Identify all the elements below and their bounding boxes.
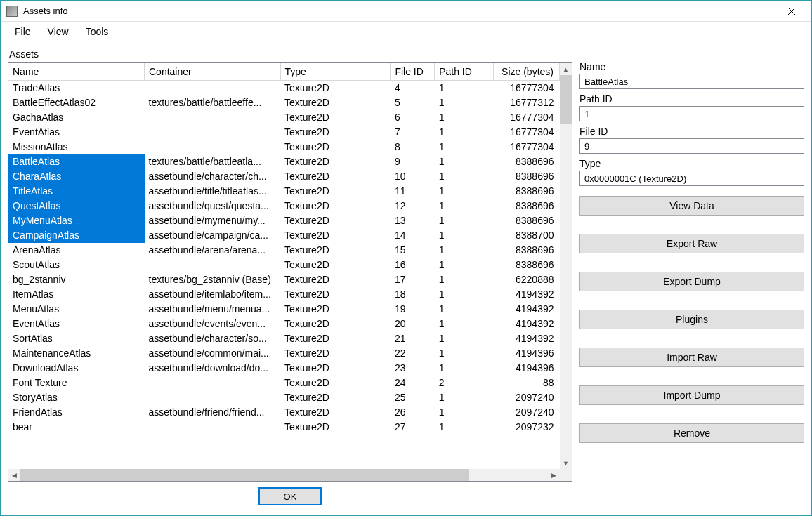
col-header-pathid[interactable]: Path ID — [435, 63, 494, 81]
cell-size: 4194392 — [493, 302, 559, 317]
export-raw-button[interactable]: Export Raw — [579, 234, 804, 253]
import-raw-button[interactable]: Import Raw — [579, 348, 804, 367]
col-header-name[interactable]: Name — [8, 63, 145, 81]
remove-button[interactable]: Remove — [579, 423, 804, 443]
cell-type: Texture2D — [280, 317, 391, 331]
app-icon — [6, 6, 18, 17]
cell-pathid: 1 — [435, 81, 494, 95]
cell-pathid: 1 — [435, 390, 494, 405]
cell-fileid: 27 — [391, 420, 435, 435]
cell-type: Texture2D — [280, 199, 391, 213]
cell-fileid: 20 — [391, 317, 435, 331]
table-row[interactable]: CharaAtlasassetbundle/character/ch...Tex… — [8, 169, 560, 184]
table-row[interactable]: StoryAtlasTexture2D2512097240 — [8, 390, 560, 405]
cell-type: Texture2D — [280, 154, 391, 169]
cell-fileid: 10 — [391, 169, 435, 184]
scroll-left-icon[interactable]: ◀ — [8, 469, 20, 481]
detail-name-field[interactable] — [579, 74, 804, 89]
table-row[interactable]: TitleAtlasassetbundle/title/titleatlas..… — [8, 184, 560, 199]
cell-container — [145, 420, 281, 435]
table-row[interactable]: FriendAtlasassetbundle/friend/friend...T… — [8, 405, 560, 420]
cell-fileid: 22 — [391, 346, 435, 361]
cell-pathid: 1 — [435, 405, 494, 420]
h-scrollbar[interactable]: ◀ ▶ — [8, 469, 572, 481]
cell-name: MaintenanceAtlas — [8, 346, 145, 361]
table-row[interactable]: ScoutAtlasTexture2D1618388696 — [8, 258, 560, 272]
menu-view[interactable]: View — [39, 23, 77, 40]
detail-fileid-field[interactable] — [579, 138, 804, 154]
cell-type: Texture2D — [280, 243, 391, 258]
table-row[interactable]: ItemAtlasassetbundle/itemlabo/item...Tex… — [8, 287, 560, 302]
col-header-type[interactable]: Type — [280, 63, 391, 81]
scroll-right-icon[interactable]: ▶ — [548, 469, 560, 481]
table-row[interactable]: SortAtlasassetbundle/character/so...Text… — [8, 331, 560, 346]
table-row[interactable]: Font TextureTexture2D24288 — [8, 376, 560, 390]
table-row[interactable]: EventAtlasassetbundle/events/even...Text… — [8, 317, 560, 331]
h-scroll-thumb[interactable] — [20, 469, 469, 481]
col-header-container[interactable]: Container — [145, 63, 281, 81]
cell-type: Texture2D — [280, 287, 391, 302]
cell-size: 4194392 — [493, 317, 559, 331]
table-row[interactable]: bg_2stannivtextures/bg_2stanniv (Base)Te… — [8, 272, 560, 287]
scroll-down-icon[interactable]: ▼ — [560, 457, 572, 469]
cell-container — [145, 81, 281, 95]
cell-name: EventAtlas — [8, 317, 145, 331]
detail-type-field[interactable] — [579, 171, 804, 186]
menubar: File View Tools — [1, 22, 811, 41]
table-row[interactable]: ArenaAtlasassetbundle/arena/arena...Text… — [8, 243, 560, 258]
cell-fileid: 9 — [391, 154, 435, 169]
table-row[interactable]: BattleAtlastextures/battle/battleatla...… — [8, 154, 560, 169]
plugins-button[interactable]: Plugins — [579, 310, 804, 329]
right-pane: Name Path ID File ID Type View Data Expo… — [579, 48, 804, 508]
ok-button[interactable]: OK — [258, 487, 322, 505]
table-row[interactable]: CampaignAtlasassetbundle/campaign/ca...T… — [8, 228, 560, 243]
cell-name: GachaAtlas — [8, 110, 145, 125]
window-title: Assets info — [23, 6, 778, 16]
cell-name: CampaignAtlas — [8, 228, 145, 243]
v-scroll-thumb[interactable] — [560, 75, 572, 124]
table-row[interactable]: MyMenuAtlasassetbundle/mymenu/my...Textu… — [8, 213, 560, 228]
cell-type: Texture2D — [280, 169, 391, 184]
table-row[interactable]: bearTexture2D2712097232 — [8, 420, 560, 435]
table-row[interactable]: EventAtlasTexture2D7116777304 — [8, 125, 560, 140]
cell-container: textures/battle/battleeffe... — [145, 95, 281, 110]
cell-fileid: 12 — [391, 199, 435, 213]
cell-pathid: 1 — [435, 95, 494, 110]
export-dump-button[interactable]: Export Dump — [579, 272, 804, 291]
import-dump-button[interactable]: Import Dump — [579, 385, 804, 405]
cell-container: assetbundle/character/so... — [145, 331, 281, 346]
table-row[interactable]: MissionAtlasTexture2D8116777304 — [8, 140, 560, 154]
col-header-size[interactable]: Size (bytes) — [493, 63, 559, 81]
cell-size: 16777304 — [493, 81, 559, 95]
cell-size: 8388696 — [493, 169, 559, 184]
cell-name: FriendAtlas — [8, 405, 145, 420]
table-row[interactable]: MenuAtlasassetbundle/menu/menua...Textur… — [8, 302, 560, 317]
cell-fileid: 25 — [391, 390, 435, 405]
menu-tools[interactable]: Tools — [77, 23, 117, 40]
cell-type: Texture2D — [280, 213, 391, 228]
menu-file[interactable]: File — [6, 23, 39, 40]
table-row[interactable]: BattleEffectAtlas02textures/battle/battl… — [8, 95, 560, 110]
close-button[interactable] — [778, 1, 806, 21]
cell-fileid: 15 — [391, 243, 435, 258]
scroll-up-icon[interactable]: ▲ — [560, 63, 572, 75]
h-scroll-track[interactable] — [20, 469, 548, 481]
detail-pathid-field[interactable] — [579, 106, 804, 121]
cell-container — [145, 140, 281, 154]
cell-container: assetbundle/character/ch... — [145, 169, 281, 184]
table-row[interactable]: QuestAtlasassetbundle/quest/questa...Tex… — [8, 199, 560, 213]
v-scrollbar[interactable]: ▲ ▼ — [560, 63, 572, 469]
table-row[interactable]: TradeAtlasTexture2D4116777304 — [8, 81, 560, 95]
cell-type: Texture2D — [280, 110, 391, 125]
table-row[interactable]: DownloadAtlasassetbundle/download/do...T… — [8, 361, 560, 376]
v-scroll-track[interactable] — [560, 75, 572, 457]
table-row[interactable]: GachaAtlasTexture2D6116777304 — [8, 110, 560, 125]
table-row[interactable]: MaintenanceAtlasassetbundle/common/mai..… — [8, 346, 560, 361]
cell-type: Texture2D — [280, 258, 391, 272]
cell-size: 16777304 — [493, 140, 559, 154]
cell-size: 2097240 — [493, 405, 559, 420]
view-data-button[interactable]: View Data — [579, 196, 804, 216]
col-header-fileid[interactable]: File ID — [391, 63, 435, 81]
scroll-corner — [560, 469, 572, 481]
cell-pathid: 1 — [435, 140, 494, 154]
